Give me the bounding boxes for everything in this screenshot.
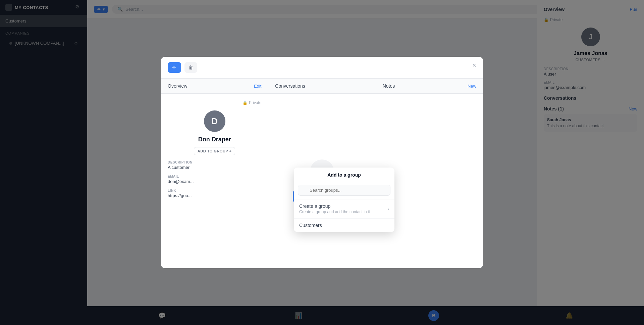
overview-avatar: D [204, 110, 225, 132]
pencil-icon: ✏ [172, 65, 176, 70]
tab-overview[interactable]: Overview Edit [161, 79, 268, 93]
add-to-group-btn[interactable]: ADD TO GROUP + [194, 147, 235, 155]
dropdown-customers-item[interactable]: Customers [294, 219, 394, 232]
lock-icon-small: 🔒 [243, 100, 248, 105]
dropdown-create-label: Create a group [299, 203, 370, 209]
overview-description-value: A customer [168, 165, 261, 170]
overview-link-label: LINK [168, 189, 261, 192]
dropdown-create-group-item[interactable]: Create a group Create a group and add th… [294, 199, 394, 219]
overview-email-label: EMAIL [168, 175, 261, 178]
modal-close-btn[interactable]: × [472, 61, 476, 69]
dropdown-search-input[interactable] [298, 185, 390, 196]
overview-description-label: DESCRIPTION [168, 160, 261, 164]
dropdown-create-left: Create a group Create a group and add th… [299, 203, 370, 214]
tab-overview-label: Overview [168, 83, 187, 89]
tab-overview-action[interactable]: Edit [254, 84, 261, 89]
modal: ✏ 🗑 × Overview Edit Conversations Notes … [161, 57, 483, 268]
modal-tabs: Overview Edit Conversations Notes New [161, 79, 483, 94]
overview-contact-name: Don Draper [168, 136, 261, 143]
tab-notes-action[interactable]: New [468, 84, 476, 89]
overview-private: 🔒 Private [168, 100, 261, 105]
tab-notes-label: Notes [383, 83, 395, 89]
modal-top-bar: ✏ 🗑 × [161, 57, 483, 79]
overview-email-value: don@exam... [168, 179, 261, 184]
overview-link-field: LINK https://goo... [168, 189, 261, 198]
dropdown-item-label: Customers [299, 223, 322, 228]
modal-overview-col: 🔒 Private D Don Draper ADD TO GROUP + DE… [161, 94, 268, 268]
dropdown-search-wrapper: 🔍 [298, 185, 390, 196]
add-to-group-dropdown: Add to a group 🔍 Create a group Create a… [294, 168, 394, 232]
modal-delete-btn[interactable]: 🗑 [184, 62, 197, 73]
dropdown-header: Add to a group [294, 168, 394, 181]
dropdown-create-sub: Create a group and add the contact in it [299, 210, 370, 214]
modal-overlay[interactable]: ✏ 🗑 × Overview Edit Conversations Notes … [0, 0, 644, 325]
trash-icon: 🗑 [189, 65, 193, 70]
modal-edit-btn[interactable]: ✏ [168, 62, 181, 73]
tab-notes[interactable]: Notes New [376, 79, 483, 93]
dropdown-search-area: 🔍 [294, 181, 394, 199]
overview-link-value: https://goo... [168, 193, 261, 198]
overview-description-field: DESCRIPTION A customer [168, 160, 261, 170]
tab-conversations-label: Conversations [275, 83, 305, 89]
tab-conversations[interactable]: Conversations [268, 79, 376, 93]
overview-email-field: EMAIL don@exam... [168, 175, 261, 184]
chevron-right-icon: › [387, 206, 389, 212]
